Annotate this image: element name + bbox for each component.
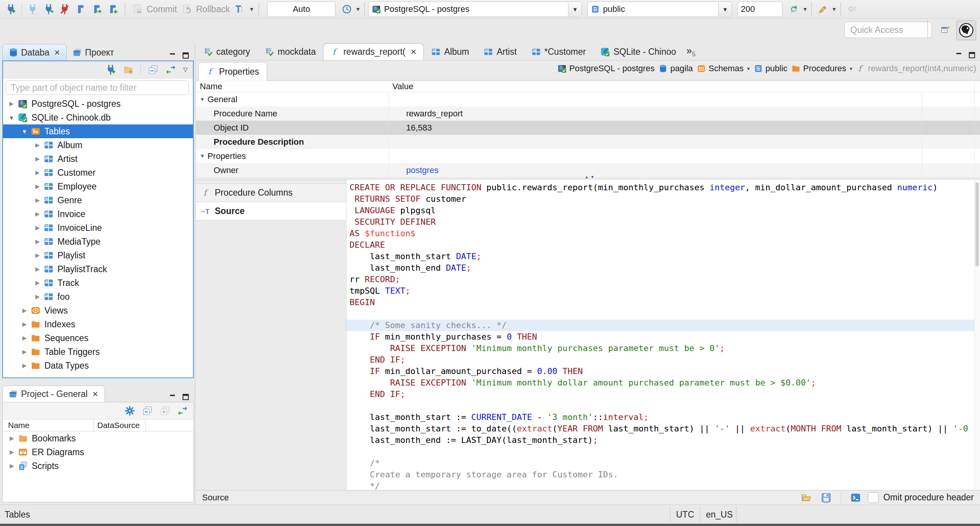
chevron-down-icon[interactable]: ▾ bbox=[747, 65, 750, 72]
tab-properties[interactable]: f Properties bbox=[198, 62, 267, 81]
expand-all-icon[interactable] bbox=[157, 403, 173, 418]
chevron-right-icon[interactable]: ▶ bbox=[32, 252, 43, 259]
code-line[interactable]: LANGUAGE plpgsql bbox=[350, 205, 968, 216]
breadcrumb-public[interactable]: public bbox=[754, 64, 787, 74]
chevron-down-icon[interactable]: ▾ bbox=[850, 65, 853, 72]
open-perspective-icon[interactable] bbox=[936, 20, 955, 39]
source-editor[interactable]: CREATE OR REPLACE FUNCTION public.reward… bbox=[346, 180, 980, 490]
tree-item-data-types[interactable]: ▶Data Types bbox=[3, 359, 193, 372]
code-line[interactable]: BEGIN bbox=[350, 297, 968, 308]
tab-project-navigator[interactable]: Проект bbox=[67, 44, 120, 60]
quick-access-input[interactable] bbox=[844, 22, 932, 38]
tree-item-sqlite-chinook-db[interactable]: ▼SQLite - Chinook.db bbox=[3, 111, 193, 124]
chevron-right-icon[interactable]: ▶ bbox=[32, 142, 43, 149]
editor-tab-rewards-report-[interactable]: frewards_report(✕ bbox=[323, 43, 424, 60]
new-sql-script-icon[interactable] bbox=[105, 2, 121, 17]
code-line[interactable]: last_month_start := to_date((extract(YEA… bbox=[350, 423, 968, 435]
breadcrumb-schemas[interactable]: Schemas▾ bbox=[697, 64, 750, 74]
object-filter-input[interactable] bbox=[6, 80, 189, 95]
panel-divider[interactable] bbox=[194, 43, 196, 505]
tree-item-tables[interactable]: ▼Tables bbox=[3, 124, 193, 138]
minimize-icon[interactable] bbox=[168, 51, 178, 60]
fetch-size-field[interactable]: 200 bbox=[737, 2, 782, 17]
tree-item-invoice[interactable]: ▶Invoice bbox=[3, 207, 193, 221]
chevron-down-icon[interactable]: ▼ bbox=[19, 128, 30, 135]
auto-refresh-icon[interactable] bbox=[786, 2, 802, 17]
chevron-right-icon[interactable]: ▶ bbox=[32, 224, 43, 231]
column-datasource[interactable]: DataSource bbox=[97, 421, 140, 430]
tree-item-views[interactable]: ▶Views bbox=[3, 304, 193, 317]
code-line[interactable]: END IF; bbox=[350, 389, 968, 400]
rollback-label[interactable]: Rollback bbox=[196, 4, 230, 15]
code-line[interactable]: last_month_end := LAST_DAY(last_month_st… bbox=[350, 435, 968, 446]
chevron-right-icon[interactable]: ▶ bbox=[32, 197, 43, 204]
save-to-file-icon[interactable] bbox=[818, 490, 834, 505]
link-with-editor-icon[interactable] bbox=[175, 403, 190, 418]
pen-dropdown-arrow[interactable]: ▼ bbox=[831, 6, 837, 12]
property-row-procedure-name[interactable]: Procedure Namerewards_report bbox=[196, 106, 980, 121]
back-history-icon[interactable] bbox=[844, 2, 860, 17]
owner-link[interactable]: postgres bbox=[406, 165, 438, 175]
column-name[interactable]: Name bbox=[8, 421, 29, 430]
tree-item-album[interactable]: ▶Album bbox=[3, 138, 193, 152]
rollback-icon[interactable] bbox=[179, 2, 194, 17]
editor-tab-category[interactable]: category bbox=[196, 43, 257, 60]
code-line[interactable]: rr RECORD; bbox=[350, 274, 968, 285]
code-line[interactable]: last_month_start DATE; bbox=[350, 251, 968, 262]
breadcrumb-pagila[interactable]: pagila bbox=[658, 64, 693, 74]
chevron-right-icon[interactable]: ▶ bbox=[32, 155, 43, 162]
code-line[interactable]: RAISE EXCEPTION 'Minimum monthly purchas… bbox=[350, 343, 968, 354]
code-line[interactable]: /* Some sanity checks... */ bbox=[350, 320, 968, 331]
chevron-right-icon[interactable]: ▶ bbox=[19, 321, 30, 328]
project-item-er-diagrams[interactable]: ▶ER Diagrams bbox=[3, 445, 193, 459]
tree-item-sequences[interactable]: ▶Sequences bbox=[3, 331, 193, 345]
code-line[interactable]: CREATE OR REPLACE FUNCTION public.reward… bbox=[350, 182, 968, 193]
property-value[interactable]: postgres bbox=[402, 165, 438, 175]
grid-column-value[interactable]: Value bbox=[392, 82, 413, 91]
sql-editor-icon[interactable] bbox=[73, 2, 88, 17]
chevron-down-icon[interactable]: ▼ bbox=[6, 114, 17, 121]
transaction-dropdown-arrow[interactable]: ▼ bbox=[249, 6, 254, 12]
tree-item-mediatype[interactable]: ▶MediaType bbox=[3, 235, 193, 248]
settings-gear-icon[interactable] bbox=[122, 403, 137, 418]
omit-procedure-header-label[interactable]: Omit procedure header bbox=[883, 492, 974, 503]
scrollbar-thumb[interactable] bbox=[975, 182, 979, 266]
tree-item-playlist[interactable]: ▶Playlist bbox=[3, 248, 193, 262]
tree-item-indexes[interactable]: ▶Indexes bbox=[3, 317, 193, 331]
tree-item-invoiceline[interactable]: ▶InvoiceLine bbox=[3, 221, 193, 235]
code-line[interactable]: RETURNS SETOF customer bbox=[350, 193, 968, 205]
maximize-icon[interactable] bbox=[181, 393, 191, 402]
connection-dropdown-button[interactable]: ▼ bbox=[568, 2, 581, 16]
close-icon[interactable]: ✕ bbox=[92, 390, 98, 399]
code-line[interactable]: RAISE EXCEPTION 'Minimum monthly dollar … bbox=[350, 377, 968, 389]
code-line[interactable]: last_month_end DATE; bbox=[350, 262, 968, 274]
chevron-right-icon[interactable]: ▶ bbox=[6, 100, 17, 107]
tree-item-playlisttrack[interactable]: ▶PlaylistTrack bbox=[3, 262, 193, 276]
column-divider[interactable] bbox=[93, 420, 94, 431]
disconnect-icon[interactable] bbox=[57, 2, 72, 17]
chevron-right-icon[interactable]: ▶ bbox=[32, 169, 43, 176]
editor-scrollbar[interactable] bbox=[974, 180, 980, 490]
tree-item-genre[interactable]: ▶Genre bbox=[3, 193, 193, 207]
code-line[interactable] bbox=[350, 400, 968, 412]
refresh-dropdown-arrow[interactable]: ▼ bbox=[802, 6, 808, 12]
chevron-down-icon[interactable]: ▼ bbox=[200, 153, 205, 159]
chevron-right-icon[interactable]: ▶ bbox=[7, 449, 17, 456]
chevron-right-icon[interactable]: ▶ bbox=[32, 279, 43, 286]
collapse-all-icon[interactable] bbox=[140, 403, 155, 418]
chevron-right-icon[interactable]: ▶ bbox=[19, 362, 30, 369]
editor-tab-mockdata[interactable]: mockdata bbox=[257, 43, 323, 60]
tab-overflow-indicator[interactable]: »5 bbox=[683, 45, 699, 58]
code-line[interactable]: SECURITY DEFINER bbox=[350, 216, 968, 228]
collapse-all-icon[interactable] bbox=[145, 62, 161, 77]
close-icon[interactable]: ✕ bbox=[54, 48, 60, 57]
code-line[interactable]: AS $function$ bbox=[350, 228, 968, 239]
code-line[interactable]: Create a temporary storage area for Cust… bbox=[350, 469, 968, 480]
code-line[interactable] bbox=[350, 308, 968, 320]
tree-item-foo[interactable]: ▶foo bbox=[3, 290, 193, 304]
code-line[interactable]: last_month_start := CURRENT_DATE - '3 mo… bbox=[350, 412, 968, 423]
chevron-right-icon[interactable]: ▶ bbox=[32, 183, 43, 190]
property-row-procedure-description[interactable]: Procedure Description bbox=[196, 135, 980, 149]
chevron-right-icon[interactable]: ▶ bbox=[19, 307, 30, 314]
code-line[interactable]: IF min_monthly_purchases = 0 THEN bbox=[350, 331, 968, 343]
